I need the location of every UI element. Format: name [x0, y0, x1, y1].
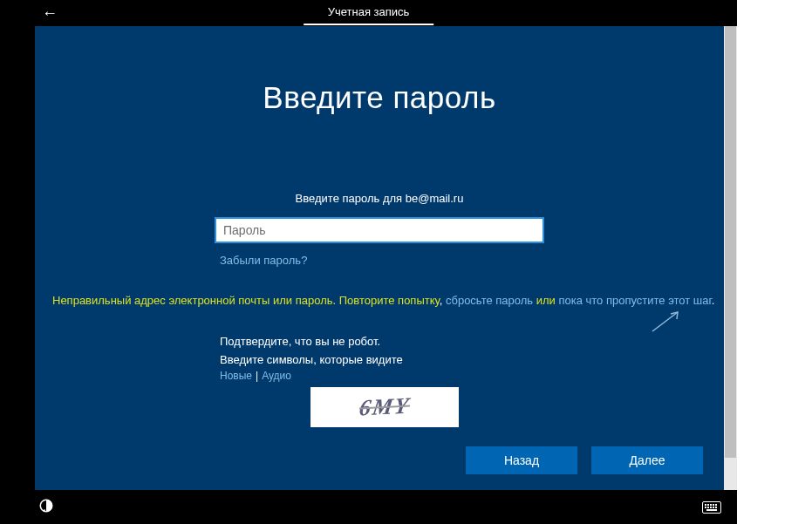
- forgot-password-link[interactable]: Забыли пароль?: [220, 254, 307, 267]
- password-input[interactable]: [215, 217, 544, 243]
- svg-rect-8: [705, 507, 706, 508]
- ease-of-access-icon[interactable]: [38, 498, 54, 517]
- svg-rect-9: [707, 507, 709, 508]
- error-sep: ,: [440, 294, 446, 307]
- captcha-section: Подтвердите, что вы не робот. Введите си…: [220, 335, 724, 427]
- svg-rect-3: [705, 504, 706, 506]
- svg-rect-6: [713, 504, 714, 506]
- tab-account[interactable]: Учетная запись: [304, 0, 434, 25]
- error-text: Неправильный адрес электронной почты или…: [52, 294, 440, 307]
- error-period: .: [712, 294, 715, 307]
- svg-rect-12: [715, 507, 717, 508]
- svg-rect-7: [715, 504, 717, 506]
- annotation-arrow-icon: [647, 310, 682, 337]
- svg-rect-13: [706, 509, 717, 511]
- captcha-audio-link[interactable]: Аудио: [262, 370, 291, 382]
- captcha-confirm-label: Подтвердите, что вы не робот.: [220, 335, 724, 348]
- reset-password-link[interactable]: сбросьте пароль: [446, 294, 533, 307]
- svg-rect-11: [713, 507, 714, 508]
- main-panel: Введите пароль Введите пароль для be@mai…: [35, 26, 724, 490]
- keyboard-icon[interactable]: [702, 501, 721, 514]
- svg-rect-4: [707, 504, 709, 506]
- footer-buttons: Назад Далее: [466, 446, 703, 474]
- scrollbar-thumb[interactable]: [725, 26, 736, 458]
- password-prompt: Введите пароль для be@mail.ru: [35, 192, 724, 205]
- skip-step-link[interactable]: пока что пропустите этот шаг: [558, 294, 711, 307]
- svg-rect-10: [710, 507, 712, 508]
- svg-line-0: [652, 312, 678, 331]
- bottom-bar: [0, 490, 737, 524]
- svg-rect-5: [710, 504, 712, 506]
- captcha-new-link[interactable]: Новые: [220, 370, 252, 382]
- captcha-instruction: Введите символы, которые видите: [220, 353, 724, 366]
- top-bar: ← Учетная запись: [0, 0, 737, 26]
- scrollbar-track[interactable]: [724, 26, 737, 490]
- next-button[interactable]: Далее: [591, 446, 703, 474]
- captcha-links: Новые|Аудио: [220, 370, 724, 382]
- captcha-image: 6MY: [310, 387, 459, 427]
- captcha-text: 6MY: [358, 392, 412, 421]
- back-arrow-icon[interactable]: ←: [42, 0, 58, 26]
- password-field-wrap: [215, 217, 544, 243]
- error-message: Неправильный адрес электронной почты или…: [35, 294, 724, 307]
- back-button[interactable]: Назад: [466, 446, 577, 474]
- page-title: Введите пароль: [35, 80, 724, 115]
- oobe-window: ← Учетная запись Введите пароль Введите …: [0, 0, 737, 524]
- error-or: или: [533, 294, 558, 307]
- captcha-divider: |: [256, 370, 258, 382]
